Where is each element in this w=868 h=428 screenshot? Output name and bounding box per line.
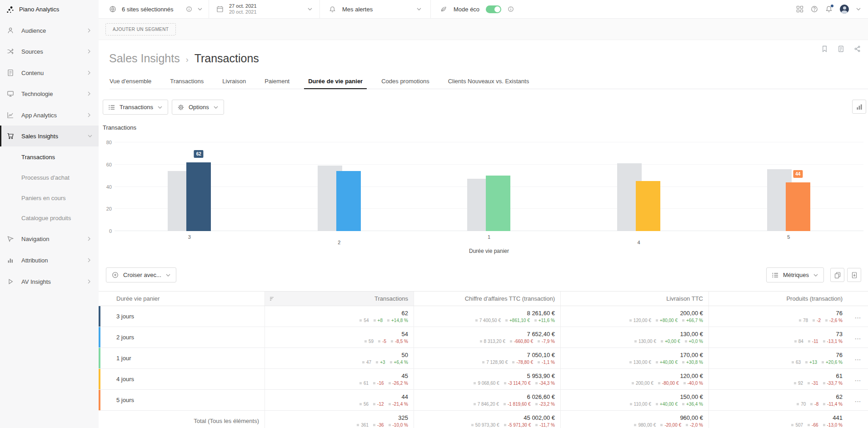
table-row[interactable]: 5 jours4456-12-21,4 %6 026,60 €7 846,20 … (99, 390, 868, 411)
cell-prev-value: 120,00 € (629, 318, 651, 323)
copy-table-button[interactable] (830, 268, 844, 282)
share-icon[interactable] (854, 45, 861, 52)
tab-codes-promotions[interactable]: Codes promotions (381, 74, 429, 89)
chevron-down-icon[interactable] (198, 8, 202, 10)
cell-prev-value: 78 (799, 318, 808, 323)
cell-delta-pct: -26,2 % (389, 381, 408, 386)
sidebar-item-label: Sources (21, 48, 43, 55)
table-row[interactable]: 3 jours6254+8+14,8 %8 261,60 €7 400,50 €… (99, 306, 868, 327)
apps-grid-icon[interactable] (796, 5, 803, 13)
row-label: 1 jour (99, 348, 264, 368)
download-table-button[interactable] (847, 268, 861, 282)
cell-value: 150,00 € (680, 393, 703, 400)
sidebar-item-contenu[interactable]: Contenu (0, 62, 99, 83)
table-header-cell-transactions[interactable]: Transactions (264, 292, 414, 306)
eco-mode-toggle[interactable] (486, 5, 501, 13)
cell-comparison: 7 128,90 €-78,80 €-1,1 % (482, 360, 555, 365)
cell-delta: -11 (808, 339, 818, 344)
sidebar-item-processus-d-achat[interactable]: Processus d'achat (0, 167, 99, 188)
chevron-down-icon[interactable] (308, 8, 312, 10)
app-logo[interactable]: Piano Analytics (0, 0, 99, 19)
sidebar-item-sales-insights[interactable]: Sales Insights (0, 126, 99, 146)
metric-selector-dropdown[interactable]: Transactions (103, 100, 168, 115)
table-row[interactable]: 2 jours5459-5-8,5 %7 652,40 €8 313,20 €-… (99, 327, 868, 348)
table-header-cell-chiffre-d-affaires-ttc-transaction[interactable]: Chiffre d'affaires TTC (transaction) (414, 292, 560, 306)
table-cell: 7 652,40 €8 313,20 €-660,80 €-7,9 % (414, 327, 560, 347)
export-icon[interactable] (838, 45, 844, 52)
notifications-button[interactable] (825, 5, 833, 13)
table-header-cell-livraison-ttc[interactable]: Livraison TTC (560, 292, 708, 306)
table-header-cell-dur-e-vie-panier[interactable]: Durée vie panier (99, 292, 264, 306)
date-range-picker[interactable]: 27 oct. 2021 20 oct. 2021 (209, 0, 320, 18)
sidebar-item-audience[interactable]: Audience (0, 20, 99, 41)
breadcrumb-section[interactable]: Sales Insights (109, 52, 180, 65)
tab-vue-d-ensemble[interactable]: Vue d'ensemble (110, 74, 151, 89)
add-segment-button[interactable]: AJOUTER UN SEGMENT (105, 23, 176, 35)
cell-comparison: 361-36-10,0 % (357, 423, 408, 428)
cell-delta: -20,00 € (660, 423, 681, 428)
cell-value: 76 (836, 352, 843, 358)
chevron-right-icon (88, 70, 90, 75)
row-menu-button[interactable]: ... (848, 369, 868, 389)
tab-livraison[interactable]: Livraison (222, 74, 246, 89)
info-icon[interactable] (186, 6, 192, 12)
sidebar-item-transactions[interactable]: Transactions (0, 146, 99, 167)
cell-value: 8 261,60 € (527, 310, 555, 317)
sidebar-item-sources[interactable]: Sources (0, 41, 99, 62)
chart-bar-current-3[interactable] (186, 162, 211, 231)
topbar: 6 sites sélectionnés 27 oct. 2021 20 oct… (99, 0, 868, 19)
alerts-selector[interactable]: Mes alertes (320, 0, 431, 18)
chart-bar-current-2[interactable] (336, 171, 361, 231)
chevron-down-icon[interactable] (417, 8, 421, 10)
tab-clients-nouveaux-vs-existants[interactable]: Clients Nouveaux vs. Existants (448, 74, 529, 89)
info-icon[interactable] (508, 6, 514, 12)
table-cell: 130,00 €130,00 €+0,00 €+0,0 % (560, 327, 708, 347)
table-cell: 5047+3+6,4 % (264, 348, 414, 368)
chart-category-group: 44 (713, 142, 863, 231)
cell-delta: -31 (808, 381, 818, 386)
site-selector[interactable]: 6 sites sélectionnés (99, 0, 209, 18)
metrics-dropdown[interactable]: Métriques (766, 267, 824, 282)
chart-bar-current-1[interactable] (486, 176, 510, 231)
cross-with-dropdown[interactable]: Croiser avec... (106, 267, 176, 282)
help-icon[interactable] (811, 5, 818, 13)
tab-paiement[interactable]: Paiement (264, 74, 289, 89)
tab-dur-e-de-vie-panier[interactable]: Durée de vie panier (308, 74, 363, 89)
list-icon (109, 105, 115, 110)
chart-bar-current-5[interactable] (786, 182, 810, 231)
sidebar-item-av-insights[interactable]: AV Insights (0, 271, 99, 292)
chart-title: Transactions (103, 124, 136, 131)
sidebar-item-label: Navigation (21, 236, 49, 242)
chevron-down-icon[interactable] (856, 8, 861, 10)
row-menu-button[interactable]: ... (848, 348, 868, 368)
cell-delta-pct: +0,0 % (685, 339, 703, 344)
sidebar-item-app-analytics[interactable]: App Analytics (0, 105, 99, 126)
table-row[interactable]: 4 jours4561-16-26,2 %5 953,90 €9 068,60 … (99, 369, 868, 390)
cell-delta: -80,00 € (658, 381, 679, 386)
row-label: 5 jours (99, 390, 264, 410)
calendar-icon (216, 5, 224, 13)
row-menu-button (848, 411, 868, 428)
row-menu-button[interactable]: ... (848, 306, 868, 327)
sort-icon[interactable] (269, 297, 274, 301)
cell-prev-value: 70 (797, 402, 806, 407)
y-tick-label: 0 (102, 228, 112, 234)
options-dropdown[interactable]: Options (172, 100, 224, 115)
chart-view-toggle-button[interactable] (852, 100, 866, 114)
cell-delta: -16 (373, 381, 384, 386)
row-menu-button[interactable]: ... (848, 327, 868, 347)
sidebar-item-paniers-en-cours[interactable]: Paniers en cours (0, 187, 99, 208)
chart-bar-current-4[interactable] (636, 181, 660, 231)
sidebar-item-catalogue-produits[interactable]: Catalogue produits (0, 207, 99, 228)
x-tick-label: 5 (787, 234, 790, 240)
table-row[interactable]: 1 jour5047+3+6,4 %7 050,10 €7 128,90 €-7… (99, 348, 868, 369)
row-menu-button[interactable]: ... (848, 390, 868, 410)
sidebar-item-navigation[interactable]: Navigation (0, 228, 99, 249)
user-avatar[interactable] (840, 5, 849, 14)
sidebar-item-technologie[interactable]: Technologie (0, 83, 99, 104)
bookmark-icon[interactable] (821, 45, 828, 52)
sidebar-item-attribution[interactable]: Attribution (0, 250, 99, 271)
table-header-cell-produits-transaction[interactable]: Produits (transaction) (708, 292, 848, 306)
tab-transactions[interactable]: Transactions (170, 74, 204, 89)
cell-prev-value: 507 (791, 423, 803, 428)
